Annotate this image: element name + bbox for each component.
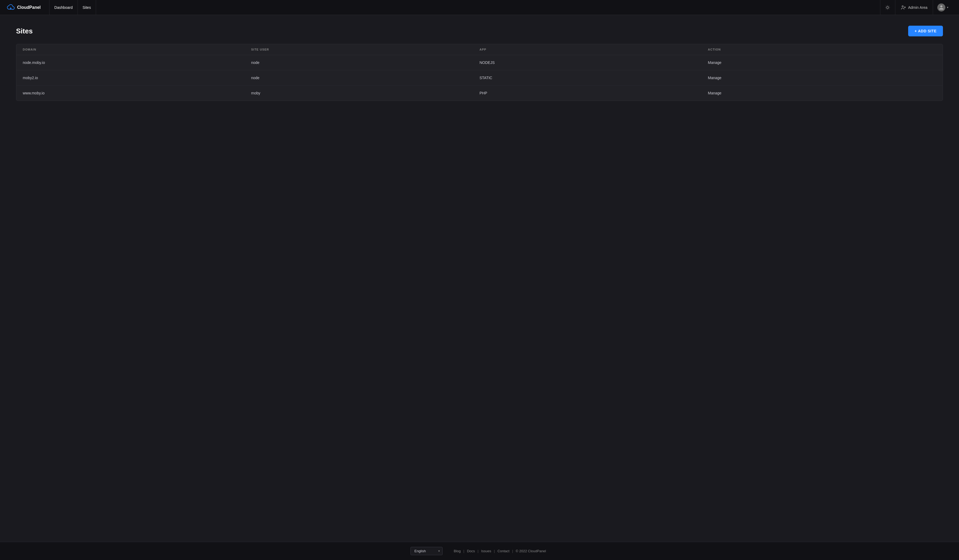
table-header: DOMAIN SITE USER APP ACTION: [16, 44, 943, 55]
header-right: Admin Area ▾: [880, 0, 953, 15]
col-site-user: SITE USER: [251, 48, 480, 51]
logo[interactable]: CloudPanel: [6, 3, 41, 12]
action-cell[interactable]: Manage: [708, 76, 937, 80]
site-user-cell: node: [251, 60, 480, 65]
domain-cell: moby2.io: [23, 76, 251, 80]
manage-link[interactable]: Manage: [708, 60, 722, 65]
avatar: [937, 3, 945, 11]
footer-docs-link[interactable]: Docs: [464, 549, 478, 553]
col-domain: DOMAIN: [23, 48, 251, 51]
admin-area-button[interactable]: Admin Area: [895, 0, 933, 15]
nav-dashboard[interactable]: Dashboard: [49, 0, 78, 15]
manage-link[interactable]: Manage: [708, 76, 722, 80]
nav-sites[interactable]: Sites: [78, 0, 96, 15]
action-cell[interactable]: Manage: [708, 91, 937, 95]
svg-point-0: [886, 6, 889, 8]
user-menu-button[interactable]: ▾: [933, 0, 953, 15]
manage-link[interactable]: Manage: [708, 91, 722, 95]
footer: English Deutsch Français Español ▾ Blog …: [0, 542, 959, 560]
page-title: Sites: [16, 27, 33, 35]
language-selector[interactable]: English Deutsch Français Español ▾: [411, 547, 443, 555]
logo-text: CloudPanel: [17, 5, 41, 10]
svg-point-9: [902, 6, 903, 7]
app-cell: PHP: [480, 91, 708, 95]
footer-blog-link[interactable]: Blog: [451, 549, 464, 553]
footer-contact-link[interactable]: Contact: [495, 549, 512, 553]
col-action: ACTION: [708, 48, 937, 51]
cloud-icon: [6, 3, 15, 12]
svg-line-3: [886, 6, 886, 6]
domain-cell: www.moby.io: [23, 91, 251, 95]
table-row: node.moby.io node NODEJS Manage: [16, 55, 943, 70]
sun-icon: [885, 5, 890, 10]
col-app: APP: [480, 48, 708, 51]
site-user-cell: moby: [251, 91, 480, 95]
footer-copyright: © 2022 CloudPanel: [513, 549, 548, 553]
sites-table: DOMAIN SITE USER APP ACTION node.moby.io…: [16, 44, 943, 101]
add-site-button[interactable]: + ADD SITE: [908, 25, 943, 37]
language-select[interactable]: English Deutsch Français Español: [411, 547, 443, 555]
theme-toggle-button[interactable]: [880, 0, 895, 15]
table-row: www.moby.io moby PHP Manage: [16, 86, 943, 100]
app-cell: NODEJS: [480, 60, 708, 65]
footer-links: Blog | Docs | Issues | Contact | © 2022 …: [451, 549, 549, 553]
svg-line-7: [886, 8, 886, 9]
user-chevron-icon: ▾: [947, 6, 948, 9]
action-cell[interactable]: Manage: [708, 60, 937, 65]
admin-area-label: Admin Area: [908, 5, 927, 10]
page-header: Sites + ADD SITE: [16, 25, 943, 37]
table-row: moby2.io node STATIC Manage: [16, 70, 943, 86]
app-cell: STATIC: [480, 76, 708, 80]
main-nav: Dashboard Sites: [49, 0, 880, 15]
site-user-cell: node: [251, 76, 480, 80]
footer-issues-link[interactable]: Issues: [478, 549, 494, 553]
header: CloudPanel Dashboard Sites: [0, 0, 959, 15]
admin-icon: [901, 5, 906, 10]
avatar-icon: [939, 5, 944, 10]
main-content: Sites + ADD SITE DOMAIN SITE USER APP AC…: [0, 15, 959, 542]
domain-cell: node.moby.io: [23, 60, 251, 65]
